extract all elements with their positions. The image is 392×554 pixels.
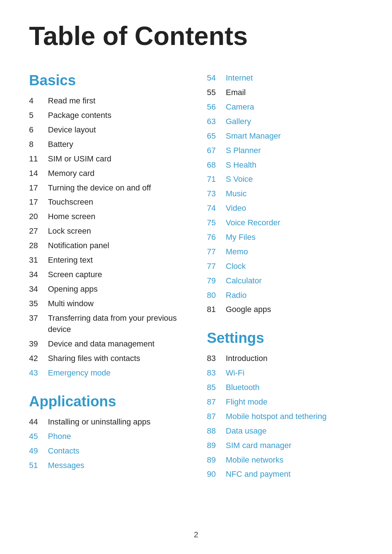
page-num: 79 [207,275,226,287]
page-num: 49 [29,445,48,457]
list-item: 89Mobile networks [207,454,363,466]
list-item: 34Opening apps [29,283,185,295]
list-item: 11SIM or USIM card [29,153,185,165]
page-num: 77 [207,260,226,272]
list-item: 83Wi-Fi [207,367,363,379]
list-item: 31Entering text [29,254,185,266]
item-text: Gallery [226,116,363,127]
item-text: SIM or USIM card [48,153,185,165]
list-item: 89SIM card manager [207,440,363,451]
list-item: 35Multi window [29,298,185,309]
page-num: 74 [207,202,226,214]
item-text: Contacts [48,445,185,457]
page-num: 27 [29,225,48,237]
item-text: Introduction [226,353,363,364]
list-item: 87Flight mode [207,396,363,408]
list-item: 67S Planner [207,145,363,156]
item-text: Installing or uninstalling apps [48,416,185,428]
item-text: Read me first [48,95,185,107]
page-num: 28 [29,240,48,251]
page-num: 14 [29,168,48,179]
right-column: 54Internet55Email56Camera63Gallery65Smar… [207,72,363,495]
item-text: Screen capture [48,269,185,280]
page-number: 2 [194,530,198,539]
list-item: 27Lock screen [29,225,185,237]
list-item: 56Camera [207,101,363,113]
list-item: 80Radio [207,290,363,301]
item-text: Bluetooth [226,382,363,393]
page-title: Table of Contents [29,22,363,50]
item-text: Opening apps [48,283,185,295]
list-item: 77Memo [207,246,363,258]
page-num: 34 [29,283,48,295]
item-text: Calculator [226,275,363,287]
list-item: 85Bluetooth [207,382,363,393]
list-item: 81Google apps [207,304,363,315]
item-text: Notification panel [48,240,185,251]
page-num: 68 [207,159,226,171]
item-text: Messages [48,460,185,471]
page-num: 73 [207,188,226,200]
page-num: 89 [207,454,226,466]
list-item: 71S Voice [207,173,363,185]
page-num: 11 [29,153,48,165]
page-num: 35 [29,298,48,309]
item-text: Home screen [48,211,185,222]
item-text: Multi window [48,298,185,309]
page-num: 65 [207,130,226,142]
list-item: 14Memory card [29,168,185,179]
list-item: 77Clock [207,260,363,272]
page-num: 34 [29,269,48,280]
item-text: Internet [226,72,363,84]
toc-list-applications-cont: 54Internet55Email56Camera63Gallery65Smar… [207,72,363,315]
page-num: 20 [29,211,48,222]
item-text: Clock [226,260,363,272]
page-num: 8 [29,139,48,150]
item-text: Sharing files with contacts [48,353,185,364]
item-text: Emergency mode [48,367,185,379]
item-text: S Planner [226,145,363,156]
page-num: 39 [29,338,48,350]
list-item: 90NFC and payment [207,468,363,480]
item-text: Package contents [48,110,185,121]
item-text: Device and data management [48,338,185,350]
list-item: 39Device and data management [29,338,185,350]
page-num: 4 [29,95,48,107]
item-text: Smart Manager [226,130,363,142]
item-text: Device layout [48,124,185,136]
list-item: 87Mobile hotspot and tethering [207,411,363,422]
page-num: 67 [207,145,226,156]
list-item: 73Music [207,188,363,200]
list-item: 74Video [207,202,363,214]
list-item: 8Battery [29,139,185,150]
list-item: 45Phone [29,431,185,442]
page-num: 31 [29,254,48,266]
page-num: 56 [207,101,226,113]
page-num: 83 [207,353,226,364]
list-item: 20Home screen [29,211,185,222]
item-text: Lock screen [48,225,185,237]
page-num: 77 [207,246,226,258]
list-item: 43Emergency mode [29,367,185,379]
list-item: 55Email [207,87,363,98]
item-text: Battery [48,139,185,150]
item-text: S Voice [226,173,363,185]
list-item: 83Introduction [207,353,363,364]
page-num: 81 [207,304,226,315]
item-text: Mobile hotspot and tethering [226,411,363,422]
item-text: Turning the device on and off [48,182,185,194]
page-num: 5 [29,110,48,121]
page-num: 89 [207,440,226,451]
item-text: S Health [226,159,363,171]
list-item: 49Contacts [29,445,185,457]
item-text: Video [226,202,363,214]
item-text: Phone [48,431,185,442]
item-text: Data usage [226,425,363,437]
item-text: Transferring data from your previous dev… [48,312,185,336]
page-num: 80 [207,290,226,301]
page-num: 37 [29,312,48,324]
item-text: Wi-Fi [226,367,363,379]
item-text: NFC and payment [226,468,363,480]
page-num: 87 [207,411,226,422]
page-num: 17 [29,196,48,208]
